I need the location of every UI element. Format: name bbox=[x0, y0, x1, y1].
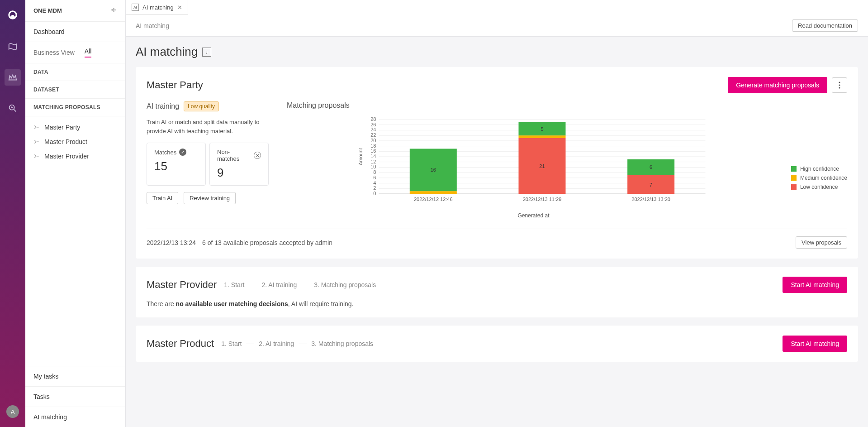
svg-text:8: 8 bbox=[373, 169, 376, 175]
ai-training-panel: AI training Low quality Train AI or matc… bbox=[147, 101, 269, 204]
card-title: Master Product bbox=[147, 338, 214, 350]
card-title: Master Party bbox=[147, 79, 203, 91]
svg-point-3 bbox=[839, 87, 840, 88]
bar-chart: 0246810121416182022242628Amount162022/12… bbox=[287, 116, 780, 206]
svg-text:16: 16 bbox=[431, 167, 436, 173]
legend-low: Low confidence bbox=[791, 184, 847, 190]
generate-proposals-button[interactable]: Generate matching proposals bbox=[728, 77, 827, 93]
legend-medium: Medium confidence bbox=[791, 175, 847, 181]
sidebar-my-tasks[interactable]: My tasks bbox=[25, 366, 125, 386]
merge-icon bbox=[33, 153, 40, 159]
svg-text:2022/12/13 13:20: 2022/12/13 13:20 bbox=[631, 197, 670, 202]
quality-badge: Low quality bbox=[184, 101, 219, 111]
svg-text:20: 20 bbox=[370, 138, 376, 143]
page-title: AI matching i bbox=[136, 45, 858, 59]
svg-text:6: 6 bbox=[373, 175, 376, 180]
crown-icon[interactable] bbox=[5, 69, 21, 86]
sidebar-item-master-provider[interactable]: Master Provider bbox=[25, 149, 125, 163]
content-tab[interactable]: AI AI matching ✕ bbox=[126, 0, 188, 15]
svg-text:5: 5 bbox=[541, 126, 543, 132]
svg-text:16: 16 bbox=[370, 148, 376, 154]
matching-proposals-chart: Matching proposals 024681012141618202224… bbox=[287, 101, 847, 219]
sidebar-ai-matching[interactable]: AI matching bbox=[25, 407, 125, 427]
svg-text:2: 2 bbox=[373, 185, 376, 191]
matches-value: 15 bbox=[154, 159, 198, 173]
more-menu-button[interactable] bbox=[832, 77, 847, 93]
svg-rect-42 bbox=[518, 135, 565, 138]
sidebar-title: ONE MDM bbox=[33, 7, 62, 14]
app-logo bbox=[7, 9, 19, 24]
matches-metric: Matches ✓ 15 bbox=[147, 143, 206, 186]
svg-text:22: 22 bbox=[370, 132, 376, 138]
kebab-icon bbox=[839, 82, 840, 89]
info-icon[interactable]: i bbox=[202, 48, 211, 57]
provider-body-text: There are no available user matching dec… bbox=[147, 300, 847, 307]
close-tab-icon[interactable]: ✕ bbox=[177, 4, 182, 11]
steps-list: 1. Start 2. AI training 3. Matching prop… bbox=[224, 281, 376, 288]
sidebar-item-master-party[interactable]: Master Party bbox=[25, 120, 125, 134]
chart-title: Matching proposals bbox=[287, 101, 847, 110]
svg-text:2022/12/12 12:46: 2022/12/12 12:46 bbox=[414, 197, 453, 202]
sidebar-section-data[interactable]: DATA bbox=[25, 63, 125, 81]
main-area: AI AI matching ✕ AI matching Read docume… bbox=[126, 0, 868, 427]
read-documentation-button[interactable]: Read documentation bbox=[792, 19, 858, 32]
svg-text:26: 26 bbox=[370, 122, 376, 127]
collapse-sidebar-icon[interactable] bbox=[110, 6, 117, 15]
search-icon[interactable] bbox=[5, 100, 21, 116]
start-ai-matching-button[interactable]: Start AI matching bbox=[783, 277, 847, 293]
view-proposals-button[interactable]: View proposals bbox=[796, 236, 847, 249]
proposals-summary: 6 of 13 available proposals accepted by … bbox=[202, 239, 332, 246]
svg-text:18: 18 bbox=[370, 143, 376, 149]
review-training-button[interactable]: Review training bbox=[184, 192, 236, 204]
steps-list: 1. Start 2. AI training 3. Matching prop… bbox=[221, 340, 373, 347]
svg-text:Amount: Amount bbox=[358, 148, 363, 165]
svg-text:4: 4 bbox=[373, 180, 376, 186]
proposals-date: 2022/12/13 13:24 bbox=[147, 239, 196, 246]
sidebar-tasks[interactable]: Tasks bbox=[25, 386, 125, 407]
left-rail: A bbox=[0, 0, 25, 427]
chart-xlabel: Generated at bbox=[287, 212, 780, 219]
merge-icon bbox=[33, 139, 40, 145]
user-avatar[interactable]: A bbox=[6, 405, 19, 418]
merge-icon bbox=[33, 124, 40, 130]
catalog-icon[interactable] bbox=[5, 38, 21, 55]
ai-chip-icon: AI bbox=[132, 4, 139, 11]
svg-point-2 bbox=[839, 84, 840, 86]
sidebar-item-label: Master Party bbox=[44, 124, 80, 131]
svg-text:2022/12/13 11:29: 2022/12/13 11:29 bbox=[523, 197, 562, 202]
svg-text:12: 12 bbox=[370, 159, 376, 164]
nonmatches-metric: Non-matches ✕ 9 bbox=[209, 143, 269, 186]
legend-high: High confidence bbox=[791, 166, 847, 172]
sidebar-item-master-product[interactable]: Master Product bbox=[25, 134, 125, 149]
sidebar-dashboard[interactable]: Dashboard bbox=[25, 22, 125, 42]
svg-text:7: 7 bbox=[650, 182, 652, 187]
sidebar: ONE MDM Dashboard Business View All DATA… bbox=[25, 0, 126, 427]
chart-legend: High confidence Medium confidence Low co… bbox=[791, 166, 847, 190]
x-circle-icon: ✕ bbox=[254, 152, 261, 159]
svg-text:24: 24 bbox=[370, 127, 376, 132]
card-master-party: Master Party Generate matching proposals… bbox=[136, 67, 858, 259]
svg-text:21: 21 bbox=[539, 163, 545, 169]
check-circle-icon: ✓ bbox=[179, 149, 186, 156]
svg-text:14: 14 bbox=[370, 154, 376, 159]
svg-text:28: 28 bbox=[370, 116, 376, 122]
sidebar-item-label: Master Product bbox=[44, 138, 87, 145]
svg-text:10: 10 bbox=[370, 164, 376, 169]
sidebar-item-label: Master Provider bbox=[44, 153, 89, 160]
training-title: AI training bbox=[147, 102, 179, 110]
card-master-provider: Master Provider 1. Start 2. AI training … bbox=[136, 267, 858, 317]
tab-label: AI matching bbox=[142, 4, 174, 11]
tabs-bar: AI AI matching ✕ bbox=[126, 0, 868, 15]
tab-business-view[interactable]: Business View bbox=[33, 49, 75, 56]
start-ai-matching-button[interactable]: Start AI matching bbox=[783, 336, 847, 352]
svg-text:0: 0 bbox=[373, 191, 376, 196]
nonmatches-value: 9 bbox=[217, 166, 261, 180]
train-ai-button[interactable]: Train AI bbox=[147, 192, 178, 204]
sidebar-section-dataset[interactable]: DATASET bbox=[25, 81, 125, 99]
tab-all[interactable]: All bbox=[85, 48, 92, 58]
breadcrumb: AI matching bbox=[136, 22, 169, 29]
svg-point-1 bbox=[839, 82, 840, 83]
svg-text:6: 6 bbox=[650, 164, 652, 170]
card-master-product: Master Product 1. Start 2. AI training 3… bbox=[136, 326, 858, 362]
training-description: Train AI or match and split data manuall… bbox=[147, 118, 269, 135]
